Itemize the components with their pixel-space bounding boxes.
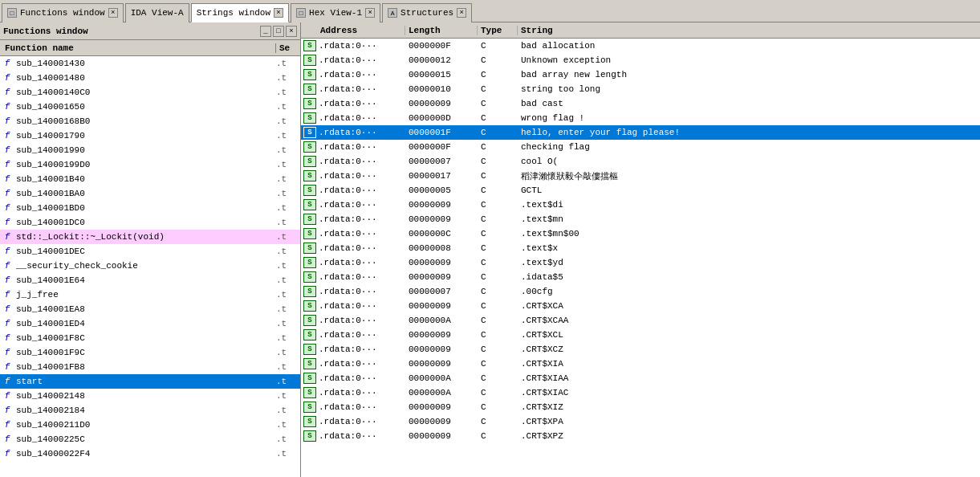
tab-structures[interactable]: AStructures×	[382, 3, 472, 22]
string-row[interactable]: S.rdata:0···00000009C.CRT$XPZ	[301, 429, 980, 443]
function-row[interactable]: fstart.t	[0, 374, 300, 389]
function-row[interactable]: fsub_14000225C.t	[0, 432, 300, 446]
string-row[interactable]: S.rdata:0···00000009C.CRT$XCL	[301, 328, 980, 342]
function-segment: .t	[276, 174, 300, 184]
string-row[interactable]: S.rdata:0···0000000DCwrong flag !	[301, 111, 980, 125]
function-segment: .t	[276, 116, 300, 126]
string-row[interactable]: S.rdata:0···00000009Cbad cast	[301, 96, 980, 111]
string-address: .rdata:0···	[319, 272, 405, 282]
function-row[interactable]: f__security_check_cookie.t	[0, 259, 300, 273]
tab-close-button[interactable]: ×	[108, 8, 118, 18]
string-length: 00000009	[405, 258, 478, 267]
function-row[interactable]: fsub_140001480.t	[0, 71, 300, 85]
string-row[interactable]: S.rdata:0···00000007C.00cfg	[301, 284, 980, 299]
function-row[interactable]: fsub_140001990.t	[0, 143, 300, 157]
string-address: .rdata:0···	[319, 287, 405, 296]
string-row[interactable]: S.rdata:0···00000012CUnknown exception	[301, 53, 980, 67]
string-row[interactable]: S.rdata:0···00000008C.text$x	[301, 241, 980, 255]
string-row[interactable]: S.rdata:0···00000009C.idata$5	[301, 270, 980, 284]
function-row[interactable]: fsub_140001790.t	[0, 128, 300, 143]
string-row[interactable]: S.rdata:0···00000009C.CRT$XPA	[301, 414, 980, 429]
function-row[interactable]: fsub_14000211D0.t	[0, 418, 300, 432]
function-segment: .t	[276, 261, 300, 271]
tab-close-button[interactable]: ×	[365, 8, 375, 18]
string-row[interactable]: S.rdata:0···0000000FCbad allocation	[301, 39, 980, 53]
col-fn-name-header: Function name	[0, 43, 276, 53]
string-row[interactable]: S.rdata:0···00000007Ccool O(	[301, 154, 980, 169]
string-address: .rdata:0···	[319, 41, 405, 51]
col-len-header: Length	[405, 26, 478, 35]
function-row[interactable]: fsub_14000168B0.t	[0, 114, 300, 128]
function-row[interactable]: fj_j_free.t	[0, 287, 300, 302]
function-row[interactable]: fsub_140001B40.t	[0, 172, 300, 186]
function-row[interactable]: fsub_140001F9C.t	[0, 345, 300, 360]
tab-close-button[interactable]: ×	[274, 8, 283, 18]
string-value: .CRT$XCA	[518, 301, 980, 311]
function-row[interactable]: fsub_140001BD0.t	[0, 201, 300, 215]
close-button[interactable]: ×	[286, 26, 297, 37]
tab-strings-window[interactable]: Strings window×	[191, 3, 289, 22]
function-row[interactable]: fsub_140001ED4.t	[0, 316, 300, 331]
functions-list[interactable]: fsub_140001430.tfsub_140001480.tfsub_140…	[0, 56, 300, 477]
string-address: .rdata:0···	[319, 186, 405, 195]
function-name: sub_140001DEC	[14, 247, 276, 256]
string-row[interactable]: S.rdata:0···0000000AC.CRT$XCAA	[301, 313, 980, 328]
function-row[interactable]: fsub_140001430.t	[0, 56, 300, 71]
tab-hex-view-1[interactable]: □Hex View-1×	[291, 3, 380, 22]
string-row[interactable]: S.rdata:0···00000005CGCTL	[301, 183, 980, 198]
tab-label: Functions window	[20, 8, 105, 18]
function-row[interactable]: fsub_140002148.t	[0, 389, 300, 403]
col-addr-header: Address	[301, 26, 405, 35]
string-type: C	[478, 388, 518, 398]
string-row[interactable]: S.rdata:0···0000000FCchecking flag	[301, 140, 980, 154]
minimize-button[interactable]: _	[260, 26, 271, 37]
function-segment: .t	[276, 420, 300, 430]
string-type-badge: S	[303, 112, 316, 124]
function-row[interactable]: fstd::_Lockit::~_Lockit(void).t	[0, 230, 300, 244]
function-row[interactable]: fsub_140002184.t	[0, 403, 300, 418]
string-row[interactable]: S.rdata:0···0000000AC.CRT$XIAC	[301, 385, 980, 400]
function-icon: f	[0, 273, 14, 287]
function-row[interactable]: fsub_140001DC0.t	[0, 215, 300, 230]
string-row[interactable]: S.rdata:0···0000000CC.text$mn$00	[301, 226, 980, 241]
string-type: C	[478, 243, 518, 253]
string-length: 0000000A	[405, 388, 478, 398]
tab-ida-view-a[interactable]: IDA View-A	[125, 3, 189, 22]
function-row[interactable]: fsub_14000022F4.t	[0, 446, 300, 461]
string-type: C	[478, 70, 518, 80]
string-row[interactable]: S.rdata:0···00000009C.CRT$XCA	[301, 299, 980, 313]
string-row[interactable]: S.rdata:0···00000010Cstring too long	[301, 82, 980, 96]
string-row[interactable]: S.rdata:0···0000000AC.CRT$XIAA	[301, 371, 980, 385]
function-row[interactable]: fsub_140001DEC.t	[0, 244, 300, 259]
function-row[interactable]: fsub_140001E64.t	[0, 273, 300, 287]
function-icon: f	[0, 374, 14, 389]
string-row[interactable]: S.rdata:0···00000017C稻津瀨懷狀毅仐敲僂擋樞	[301, 169, 980, 183]
string-row[interactable]: S.rdata:0···0000001FChello, enter your f…	[301, 125, 980, 140]
function-name: sub_140001F9C	[14, 348, 276, 357]
strings-list[interactable]: S.rdata:0···0000000FCbad allocationS.rda…	[301, 39, 980, 477]
function-row[interactable]: fsub_140001F8C.t	[0, 331, 300, 345]
function-segment: .t	[276, 203, 300, 213]
string-address: .rdata:0···	[319, 171, 405, 181]
tab-functions-window[interactable]: □Functions window×	[2, 3, 124, 22]
function-name: sub_14000022F4	[14, 449, 276, 459]
function-segment: .t	[276, 304, 300, 314]
function-row[interactable]: fsub_14000199D0.t	[0, 157, 300, 172]
string-row[interactable]: S.rdata:0···00000009C.CRT$XCZ	[301, 342, 980, 357]
string-row[interactable]: S.rdata:0···00000009C.CRT$XIZ	[301, 400, 980, 414]
string-row[interactable]: S.rdata:0···00000009C.text$di	[301, 198, 980, 212]
function-row[interactable]: fsub_14000140C0.t	[0, 85, 300, 100]
maximize-button[interactable]: □	[273, 26, 284, 37]
function-row[interactable]: fsub_140001650.t	[0, 100, 300, 114]
tab-close-button[interactable]: ×	[457, 8, 466, 18]
string-row[interactable]: S.rdata:0···00000009C.text$yd	[301, 255, 980, 270]
string-row[interactable]: S.rdata:0···00000009C.CRT$XIA	[301, 357, 980, 371]
function-row[interactable]: fsub_140001EA8.t	[0, 302, 300, 316]
string-row[interactable]: S.rdata:0···00000015Cbad array new lengt…	[301, 67, 980, 82]
string-value: bad cast	[518, 99, 980, 108]
string-type: C	[478, 84, 518, 94]
function-row[interactable]: fsub_140001BA0.t	[0, 186, 300, 201]
string-row[interactable]: S.rdata:0···00000009C.text$mn	[301, 212, 980, 226]
string-value: .CRT$XCAA	[518, 316, 980, 325]
function-row[interactable]: fsub_140001FB8.t	[0, 360, 300, 374]
